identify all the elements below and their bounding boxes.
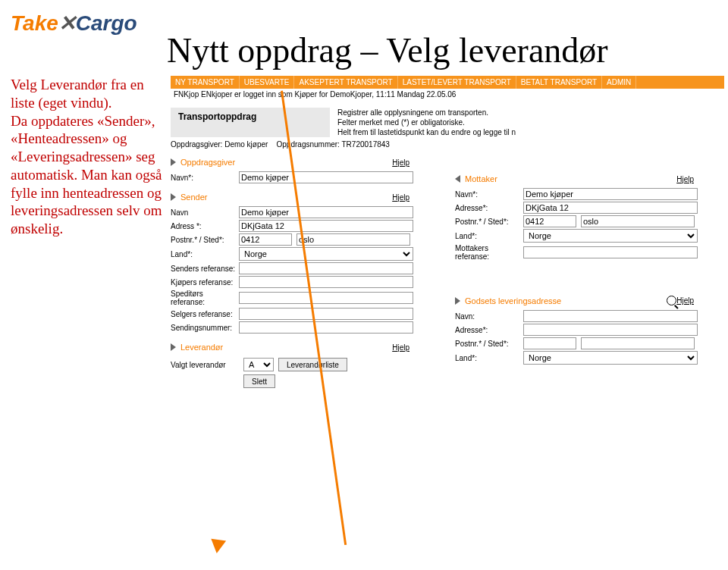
godsets-sted-input[interactable] <box>581 337 695 349</box>
mottaker-sted-input[interactable] <box>581 215 695 227</box>
tab-ubesvarte[interactable]: UBESVARTE <box>240 76 295 89</box>
app-window: NY TRANSPORT UBESVARTE AKSEPTERT TRANSPO… <box>171 76 724 388</box>
help-link[interactable]: Hjelp <box>392 158 410 167</box>
tab-ny-transport[interactable]: NY TRANSPORT <box>171 76 240 89</box>
logo: Take✕Cargo <box>11 11 137 36</box>
search-icon[interactable] <box>667 296 676 305</box>
expand-icon[interactable] <box>171 343 176 351</box>
kjopers-ref-input[interactable] <box>239 276 413 288</box>
leverandorliste-button[interactable]: Leverandørliste <box>278 358 347 371</box>
right-column: Mottaker Hjelp Navn*: Adresse*: Postnr.*… <box>455 155 717 388</box>
group-sender: Sender <box>180 193 392 202</box>
mottakers-ref-input[interactable] <box>523 246 698 258</box>
godsets-land-select[interactable]: Norge <box>523 351 698 365</box>
tab-akseptert[interactable]: AKSEPTERT TRANSPORT <box>294 76 397 89</box>
instructions: Registrer alle opplysningene om transpor… <box>330 108 523 137</box>
mottaker-navn-input[interactable] <box>523 188 698 200</box>
tab-betalt[interactable]: BETALT TRANSPORT <box>516 76 602 89</box>
mottaker-adresse-input[interactable] <box>523 202 698 214</box>
expand-icon[interactable] <box>455 297 460 305</box>
label-navn: Navn <box>171 208 239 217</box>
oppdragsgiver-navn-input[interactable] <box>239 171 413 183</box>
selgers-ref-input[interactable] <box>239 308 413 320</box>
section-heading: Transportoppdrag <box>171 108 330 137</box>
left-column: Oppdragsgiver Hjelp Navn*: Sender Hjelp … <box>171 155 432 388</box>
mottaker-postnr-input[interactable] <box>523 215 576 227</box>
group-mottaker: Mottaker <box>465 174 676 183</box>
valgt-leverandor-select[interactable]: A <box>243 358 274 371</box>
godsets-navn-input[interactable] <box>523 310 698 322</box>
speditor-ref-input[interactable] <box>239 292 413 304</box>
tab-admin[interactable]: ADMIN <box>602 76 636 89</box>
help-link[interactable]: Hjelp <box>392 193 410 202</box>
collapse-icon[interactable] <box>455 175 460 183</box>
pointer-arrow-head <box>209 539 226 555</box>
expand-icon[interactable] <box>171 193 176 201</box>
expand-icon[interactable] <box>171 158 176 166</box>
godsets-postnr-input[interactable] <box>523 337 576 349</box>
sender-land-select[interactable]: Norge <box>239 247 413 261</box>
help-link[interactable]: Hjelp <box>676 296 694 305</box>
sender-postnr-input[interactable] <box>239 233 292 246</box>
login-status: FNKjop ENkjoper er logget inn som Kjøper… <box>171 89 724 100</box>
senders-ref-input[interactable] <box>239 262 413 274</box>
sender-adresse-input[interactable] <box>239 220 413 232</box>
slett-button[interactable]: Slett <box>243 374 275 388</box>
sender-sted-input[interactable] <box>297 233 410 246</box>
main-tabs: NY TRANSPORT UBESVARTE AKSEPTERT TRANSPO… <box>171 76 724 89</box>
mottaker-land-select[interactable]: Norge <box>523 229 698 243</box>
tab-lastet[interactable]: LASTET/LEVERT TRANSPORT <box>398 76 516 89</box>
group-leverandor: Leverandør <box>180 343 392 352</box>
sendingsnummer-input[interactable] <box>239 321 413 334</box>
godsets-adresse-input[interactable] <box>523 324 698 336</box>
page-title: Nytt oppdrag – Velg leverandør <box>167 30 608 70</box>
order-info: Oppdragsgiver: Demo kjøper Oppdragsnumme… <box>171 137 724 155</box>
label-adresse: Adress *: <box>171 222 239 230</box>
annotation-text: Velg Leverandør fra en liste (eget vindu… <box>11 76 162 238</box>
help-link[interactable]: Hjelp <box>392 343 410 352</box>
group-godsets: Godsets leveringsadresse <box>465 296 659 305</box>
group-oppdragsgiver: Oppdragsgiver <box>180 158 392 167</box>
sender-navn-input[interactable] <box>239 206 413 218</box>
help-link[interactable]: Hjelp <box>676 175 694 183</box>
